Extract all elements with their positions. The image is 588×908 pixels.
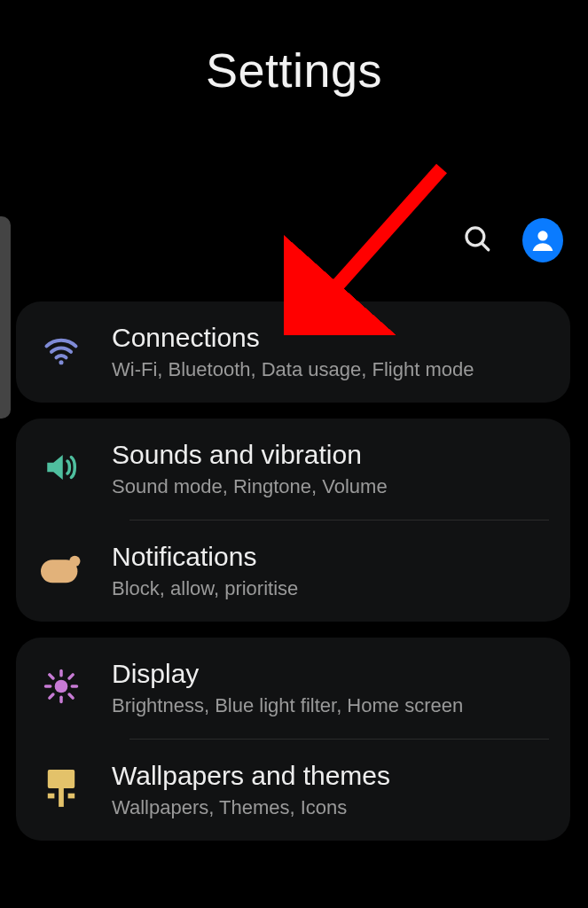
svg-point-3 <box>59 360 63 364</box>
toolbar <box>457 220 563 261</box>
settings-item-notifications[interactable]: Notifications Block, allow, prioritise <box>16 521 570 622</box>
svg-line-20 <box>310 168 442 316</box>
settings-group: Display Brightness, Blue light filter, H… <box>16 638 570 841</box>
settings-item-title: Notifications <box>112 542 298 572</box>
settings-item-subtitle: Brightness, Blue light filter, Home scre… <box>112 694 463 717</box>
svg-point-6 <box>55 680 68 693</box>
search-icon <box>462 223 492 257</box>
svg-rect-16 <box>59 788 64 807</box>
settings-item-subtitle: Wallpapers, Themes, Icons <box>112 796 390 819</box>
svg-line-12 <box>69 694 73 698</box>
wallpaper-icon <box>44 770 78 810</box>
profile-icon <box>522 218 563 262</box>
wifi-icon <box>42 331 81 373</box>
settings-item-subtitle: Block, allow, prioritise <box>112 577 298 600</box>
sound-icon <box>43 449 80 489</box>
settings-list: Connections Wi-Fi, Bluetooth, Data usage… <box>16 301 570 841</box>
settings-item-title: Display <box>112 659 463 689</box>
scroll-handle[interactable] <box>0 216 11 419</box>
settings-item-sounds[interactable]: Sounds and vibration Sound mode, Rington… <box>16 419 570 520</box>
profile-button[interactable] <box>522 220 563 261</box>
settings-item-connections[interactable]: Connections Wi-Fi, Bluetooth, Data usage… <box>16 301 570 403</box>
settings-group: Connections Wi-Fi, Bluetooth, Data usage… <box>16 301 570 403</box>
settings-item-title: Wallpapers and themes <box>112 761 390 791</box>
svg-line-1 <box>482 243 488 249</box>
svg-line-14 <box>69 675 73 678</box>
settings-item-title: Sounds and vibration <box>112 440 388 470</box>
settings-item-subtitle: Sound mode, Ringtone, Volume <box>112 475 388 498</box>
page-title: Settings <box>0 0 588 98</box>
settings-item-display[interactable]: Display Brightness, Blue light filter, H… <box>16 638 570 739</box>
svg-line-11 <box>50 675 53 678</box>
settings-screen: Settings <box>0 0 588 908</box>
svg-rect-18 <box>68 794 75 799</box>
settings-item-title: Connections <box>112 323 474 353</box>
notification-icon <box>41 554 82 588</box>
display-icon <box>43 668 80 708</box>
settings-group: Sounds and vibration Sound mode, Rington… <box>16 419 570 622</box>
svg-point-5 <box>69 556 80 567</box>
settings-item-wallpapers[interactable]: Wallpapers and themes Wallpapers, Themes… <box>16 740 570 841</box>
svg-rect-15 <box>48 770 74 788</box>
search-button[interactable] <box>457 220 498 261</box>
svg-line-13 <box>50 694 53 698</box>
settings-item-subtitle: Wi-Fi, Bluetooth, Data usage, Flight mod… <box>112 358 474 381</box>
svg-rect-17 <box>48 794 55 799</box>
svg-point-2 <box>537 231 547 240</box>
